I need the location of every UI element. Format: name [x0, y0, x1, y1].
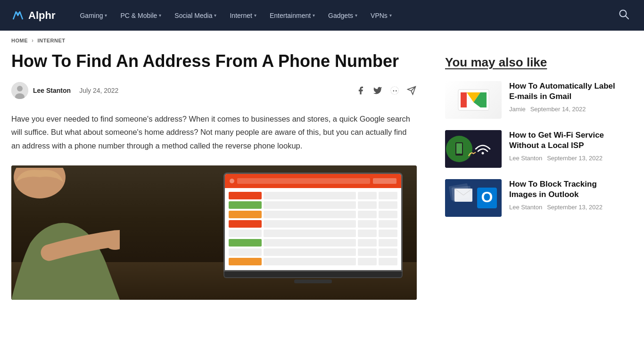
facebook-share-icon[interactable]: [355, 85, 366, 96]
list-item: O How To Block Tracking Images in Outloo…: [445, 179, 624, 217]
svg-point-17: [482, 152, 484, 155]
article-hero-image: [11, 165, 417, 300]
sidebar-title: You may also like: [445, 55, 624, 70]
related-thumb-gmail[interactable]: [445, 81, 502, 119]
chevron-down-icon: ▾: [355, 13, 357, 18]
social-share-icons: [355, 85, 417, 96]
chevron-down-icon: ▾: [254, 13, 256, 18]
chevron-down-icon: ▾: [105, 13, 107, 18]
author-name: Lee Stanton: [33, 87, 71, 94]
reddit-share-icon[interactable]: [389, 85, 400, 96]
chevron-down-icon: ▾: [159, 13, 161, 18]
chevron-down-icon: ▾: [389, 13, 392, 18]
nav-pc-mobile[interactable]: PC & Mobile ▾: [115, 8, 167, 23]
logo-text: Alphr: [28, 9, 55, 22]
svg-rect-15: [456, 143, 462, 154]
svg-point-0: [17, 12, 19, 15]
article-title: How To Find An Address From A Phone Numb…: [11, 50, 417, 72]
main-content: How To Find An Address From A Phone Numb…: [11, 50, 417, 300]
related-thumb-wifi[interactable]: [445, 130, 502, 168]
svg-text:O: O: [481, 189, 493, 206]
related-article-info: How to Get Wi-Fi Service Without a Local…: [509, 130, 624, 168]
article-body: Have you ever needed to find someone's a…: [11, 112, 417, 152]
related-date: September 13, 2022: [547, 155, 603, 162]
related-article-meta: Lee Stanton September 13, 2022: [509, 155, 624, 162]
list-item: How To Automatically Label E-mails in Gm…: [445, 81, 624, 119]
related-date: September 14, 2022: [530, 106, 586, 113]
nav-internet[interactable]: Internet ▾: [224, 8, 262, 23]
related-article-info: How To Automatically Label E-mails in Gm…: [509, 81, 624, 119]
nav-links: Gaming ▾ PC & Mobile ▾ Social Media ▾ In…: [74, 8, 615, 23]
chevron-down-icon: ▾: [214, 13, 216, 18]
breadcrumb-separator: ›: [32, 37, 34, 44]
article-author: Lee Stanton July 24, 2022: [11, 82, 118, 99]
nav-vpns[interactable]: VPNs ▾: [365, 8, 397, 23]
related-article-info: How To Block Tracking Images in Outlook …: [509, 179, 624, 217]
chevron-down-icon: ▾: [313, 13, 315, 18]
main-nav: Alphr Gaming ▾ PC & Mobile ▾ Social Medi…: [0, 0, 644, 31]
related-author: Lee Stanton: [509, 204, 542, 211]
nav-gaming[interactable]: Gaming ▾: [74, 8, 113, 23]
related-date: September 13, 2022: [547, 204, 603, 211]
nav-social-media[interactable]: Social Media ▾: [169, 8, 222, 23]
site-logo[interactable]: Alphr: [11, 9, 55, 22]
page-layout: How To Find An Address From A Phone Numb…: [0, 50, 644, 319]
related-author: Lee Stanton: [509, 155, 542, 162]
breadcrumb-current: INTERNET: [38, 38, 66, 43]
search-button[interactable]: [615, 5, 633, 25]
sidebar: You may also like: [445, 50, 624, 300]
twitter-share-icon[interactable]: [372, 85, 383, 96]
related-article-meta: Lee Stanton September 13, 2022: [509, 204, 624, 211]
related-article-title[interactable]: How To Block Tracking Images in Outlook: [509, 179, 624, 200]
article-date: July 24, 2022: [79, 87, 118, 94]
nav-entertainment[interactable]: Entertainment ▾: [264, 8, 321, 23]
nav-gadgets[interactable]: Gadgets ▾: [322, 8, 363, 23]
svg-point-16: [459, 154, 460, 155]
related-article-title[interactable]: How To Automatically Label E-mails in Gm…: [509, 81, 624, 102]
breadcrumb: HOME › INTERNET: [0, 31, 644, 50]
svg-line-2: [626, 16, 628, 19]
related-thumb-outlook[interactable]: O: [445, 179, 502, 217]
related-article-title[interactable]: How to Get Wi-Fi Service Without a Local…: [509, 130, 624, 151]
svg-point-4: [17, 86, 23, 91]
avatar: [11, 82, 28, 99]
related-article-meta: Jamie September 14, 2022: [509, 106, 624, 113]
article-meta: Lee Stanton July 24, 2022: [11, 82, 417, 99]
related-author: Jamie: [509, 106, 526, 113]
breadcrumb-home[interactable]: HOME: [11, 38, 28, 43]
telegram-share-icon[interactable]: [406, 85, 417, 96]
list-item: How to Get Wi-Fi Service Without a Local…: [445, 130, 624, 168]
